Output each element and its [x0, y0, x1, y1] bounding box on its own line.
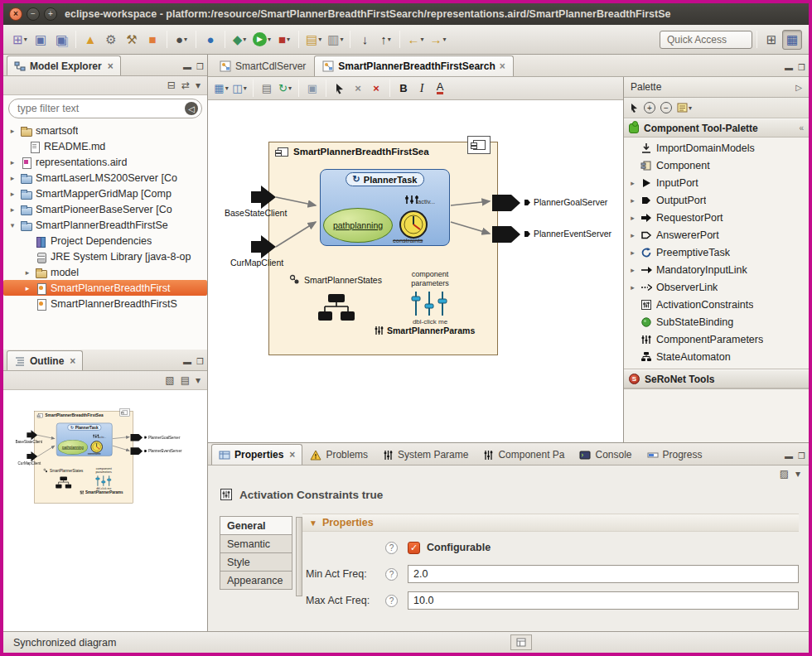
tree-item[interactable]: SmartLaserLMS200Server [Co	[3, 170, 207, 186]
max-act-freq-input[interactable]	[408, 591, 799, 610]
palette-item-activationconstraints[interactable]: ActivationConstraints	[624, 296, 809, 313]
build-settings-button[interactable]: ⚙	[101, 30, 121, 50]
port-label-plannergoalserver[interactable]: PlannerGoalServer	[524, 197, 607, 207]
minimize-view-icon[interactable]: ▬	[183, 358, 191, 366]
tree-item[interactable]: smartsoft	[3, 123, 207, 138]
java-perspective-button[interactable]: ▦	[782, 30, 802, 50]
tree-item[interactable]: JRE System Library [java-8-op	[3, 248, 207, 264]
user-profile-button[interactable]: ●	[172, 30, 191, 50]
help-icon[interactable]: ?	[385, 595, 398, 607]
expander-icon[interactable]	[8, 158, 17, 166]
palette-item-preemptivetask[interactable]: PreemptiveTask	[624, 244, 809, 261]
expander-icon[interactable]	[8, 174, 17, 182]
import-button[interactable]: ↓	[355, 30, 375, 50]
maximize-editor-icon[interactable]: ❒	[798, 64, 805, 72]
filter-input[interactable]	[17, 103, 185, 114]
smartplannerstates-node[interactable]: SmartPlannerStates	[289, 274, 382, 285]
tab-console[interactable]: Console	[572, 444, 639, 465]
maximize-view-icon[interactable]: ❒	[196, 358, 204, 366]
smartplannerstates-node[interactable]: SmartPlannerStates	[43, 468, 83, 473]
tab-component-parameters[interactable]: Component Pa	[476, 444, 572, 465]
tab-smartplannerbreadthfirstsearch[interactable]: SmartPlannerBreadthFirstSearch	[314, 55, 513, 76]
collapse-all-icon[interactable]: ⊟	[167, 80, 176, 90]
help-icon[interactable]: ?	[385, 542, 398, 554]
palette-item-answererport[interactable]: AnswererPort	[624, 226, 809, 244]
delete-from-model-button[interactable]: ×	[368, 80, 384, 98]
tab-outline[interactable]: Outline	[7, 350, 83, 370]
tree-item[interactable]: SmartPlannerBreadthFirstS	[3, 296, 207, 311]
outline-mode-icon[interactable]: ▧	[165, 375, 174, 385]
web-browser-button[interactable]: ●	[201, 30, 220, 50]
port-label-plannergoalserver[interactable]: PlannerGoalServer	[144, 435, 181, 439]
minimize-editor-icon[interactable]: ▬	[785, 64, 793, 72]
quick-access-field[interactable]: Quick Access	[660, 31, 752, 49]
view-menu-icon[interactable]: ▾	[196, 80, 201, 90]
pin-properties-icon[interactable]: ▨	[780, 469, 789, 479]
close-icon[interactable]	[68, 355, 75, 367]
run-button[interactable]: ▶	[250, 30, 273, 50]
min-act-freq-input[interactable]	[408, 565, 799, 583]
side-tabs-scrollbar[interactable]	[296, 517, 302, 596]
palette-item-substatebinding[interactable]: SubStateBinding	[624, 313, 809, 330]
new-wizard-button[interactable]: ⊞	[10, 30, 30, 50]
italic-button[interactable]: I	[413, 80, 430, 98]
sdk-manager-button[interactable]: ▲	[80, 30, 100, 50]
save-button[interactable]: ▣	[31, 30, 51, 50]
port-label-plannereventserver[interactable]: PlannerEventServer	[524, 229, 611, 239]
view-menu-icon[interactable]: ▾	[795, 469, 800, 479]
tab-smartcdlserver[interactable]: SmartCdlServer	[211, 55, 314, 76]
expander-icon[interactable]	[23, 268, 31, 277]
open-perspective-button[interactable]: ⊞	[761, 30, 781, 50]
select-tool-icon[interactable]	[630, 103, 639, 113]
palette-item-componentparameters[interactable]: ComponentParameters	[624, 330, 809, 348]
expander-icon[interactable]	[8, 127, 17, 135]
section-properties[interactable]: ▼ Properties	[302, 514, 799, 532]
tab-progress[interactable]: Progress	[640, 444, 710, 465]
new-config-button[interactable]: ◆	[230, 30, 249, 50]
external-tools-button[interactable]: ■	[274, 30, 294, 50]
clear-filter-icon[interactable]: ◁	[185, 102, 198, 115]
maximize-view-icon[interactable]: ❒	[196, 63, 204, 71]
palette-item-requestorport[interactable]: RequestorPort	[624, 209, 809, 226]
palette-item-outputport[interactable]: OutputPort	[624, 191, 809, 209]
tree-item-selected[interactable]: SmartPlannerBreadthFirst	[3, 280, 207, 296]
pin-palette-icon[interactable]: «	[799, 123, 804, 133]
pathplanning-activity-node[interactable]: pathplanning	[323, 208, 393, 243]
open-resource-button[interactable]: ▤	[303, 30, 324, 50]
outline-thumbnail[interactable]: SmartPlannerBreadthFirstSea ↻ PlannerTas…	[8, 393, 188, 538]
tab-system-parameters[interactable]: System Parame	[375, 444, 476, 465]
close-icon[interactable]	[288, 449, 295, 461]
palette-item-inputport[interactable]: InputPort	[624, 174, 809, 191]
side-tab-semantic[interactable]: Semantic	[220, 534, 292, 553]
note-tool-icon[interactable]	[677, 103, 692, 113]
outline-tree-icon[interactable]: ▤	[181, 375, 190, 385]
tree-item[interactable]: Project Dependencies	[3, 233, 207, 248]
tree-item[interactable]: SmartPioneerBaseServer [Co	[3, 201, 207, 217]
view-menu-icon[interactable]: ▾	[196, 375, 201, 385]
zoom-out-icon[interactable]: −	[660, 102, 672, 113]
close-icon[interactable]	[106, 60, 114, 72]
state-automaton-icon[interactable]	[56, 476, 73, 491]
close-tab-icon[interactable]	[500, 60, 505, 72]
expander-icon[interactable]	[8, 205, 17, 214]
export-diagram-button[interactable]: ▤	[259, 80, 275, 98]
pathplanning-activity-node[interactable]: pathplanning	[58, 440, 88, 455]
state-automaton-icon[interactable]	[317, 292, 357, 327]
window-minimize-button[interactable]: −	[27, 7, 40, 21]
tab-model-explorer[interactable]: Model Explorer	[7, 55, 121, 75]
palette-item-component[interactable]: Component	[624, 157, 809, 174]
bold-button[interactable]: B	[395, 80, 412, 98]
delete-from-view-button[interactable]: ×	[350, 80, 366, 98]
side-tab-general[interactable]: General	[220, 516, 292, 535]
save-all-button[interactable]: ▣	[51, 30, 71, 50]
filters-button[interactable]: ◫	[231, 80, 248, 98]
component-parameters-icon[interactable]	[94, 475, 113, 486]
component-symbol[interactable]	[120, 408, 130, 416]
paste-format-button[interactable]: ▣	[304, 80, 321, 98]
maximize-view-icon[interactable]: ❒	[798, 452, 805, 461]
port-label-basestateclient[interactable]: BaseStateClient	[16, 440, 42, 444]
forward-button[interactable]: →	[427, 30, 448, 50]
window-close-button[interactable]: ×	[9, 7, 22, 21]
task-focus-button[interactable]: ■	[143, 30, 162, 50]
port-label-plannereventserver[interactable]: PlannerEventServer	[144, 449, 182, 453]
